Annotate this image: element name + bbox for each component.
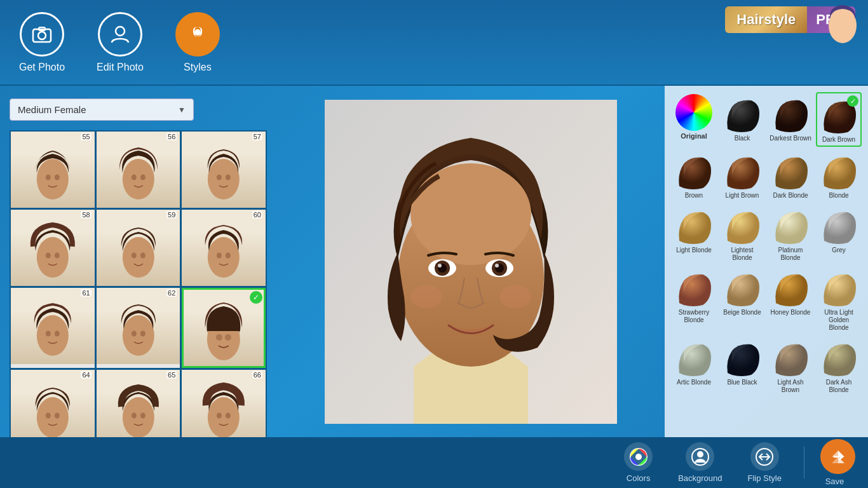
color-swatch-ultra-light-golden-blonde[interactable]: Ultra Light Golden Blonde [816,266,862,334]
style-dropdown[interactable]: Medium Female ▼ [10,98,267,121]
style-item-65[interactable]: 65 [97,370,180,437]
background-button[interactable]: Background [665,437,735,488]
style-item-62[interactable]: 62 [97,288,180,368]
style-face-62 [97,288,180,364]
svg-point-40 [131,413,136,419]
style-face-64 [11,370,95,437]
style-face-63 [184,290,264,366]
style-face-65 [97,370,180,437]
color-label-grey: Grey [832,247,846,254]
hair-icon [175,12,220,57]
style-face-56 [97,132,180,208]
color-swatch-platinum-blonde[interactable]: Platinum Blonde [768,204,813,264]
svg-point-39 [122,397,154,437]
style-item-63[interactable] [182,288,266,368]
preview-image [325,100,617,424]
svg-point-8 [833,17,852,40]
color-swatch-dark-blonde[interactable]: Dark Blonde [768,149,813,201]
color-label-brown: Brown [685,192,703,200]
style-item-55[interactable]: 55 [11,132,95,208]
color-swatch-dark-ash-blonde[interactable]: Dark Ash Blonde [816,336,862,396]
style-item-61[interactable]: 61 [11,288,95,368]
colors-button[interactable]: Colors [611,437,665,488]
style-grid: 55 56 [10,130,267,437]
style-item-56[interactable]: 56 [97,132,180,208]
color-swatch-strawberry-blonde[interactable]: Strawberry Blonde [671,266,717,334]
save-icon [829,448,847,466]
svg-point-19 [46,253,51,259]
color-swatch-grey[interactable]: Grey [816,204,862,264]
swatch-hair-ultra-light-golden-blonde [819,268,858,308]
preview-panel [276,86,665,437]
bottom-toolbar: Colors Background Flip Style [0,437,868,488]
svg-point-6 [194,29,201,36]
flip-style-button[interactable]: Flip Style [735,437,794,488]
svg-point-9 [37,159,69,200]
swatch-hair-light-brown [722,151,762,191]
svg-point-49 [410,163,531,265]
save-button[interactable] [820,439,855,474]
swatch-hair-artic-blonde [674,338,714,377]
svg-point-3 [116,27,125,36]
color-label-blue-black: Blue Black [727,379,757,386]
color-label-light-brown: Light Brown [726,192,759,200]
save-button-wrap[interactable]: Save [814,439,855,486]
color-swatch-light-blonde[interactable]: Light Blonde [671,204,717,264]
color-swatch-blue-black[interactable]: Blue Black [719,336,765,396]
svg-point-37 [46,413,51,419]
color-swatch-light-brown[interactable]: Light Brown [719,149,765,201]
svg-point-34 [216,334,222,341]
style-item-57[interactable]: 57 [182,132,266,208]
color-swatch-blonde[interactable]: Blonde [816,149,862,201]
style-face-66 [182,370,266,437]
svg-point-58 [410,285,442,308]
color-swatch-darkest-brown[interactable]: Darkest Brown [768,92,813,147]
svg-point-15 [208,159,240,200]
svg-point-13 [131,175,136,180]
svg-point-31 [131,331,136,337]
color-swatch-artic-blonde[interactable]: Artic Blonde [671,336,717,396]
svg-point-18 [37,237,69,278]
style-item-58[interactable]: 58 [11,210,95,286]
svg-point-57 [495,264,499,268]
color-label-light-blonde: Light Blonde [676,247,712,254]
svg-point-53 [438,264,442,268]
style-face-60 [182,210,266,286]
swatch-hair-platinum-blonde [771,206,810,245]
nav-edit-photo[interactable]: Edit Photo [97,12,144,73]
edit-photo-label: Edit Photo [97,62,144,73]
color-swatch-beige-blonde[interactable]: Beige Blonde [719,266,765,334]
swatch-hair-blue-black [722,338,762,377]
colors-label: Colors [627,473,651,483]
style-item-64[interactable]: 64 [11,370,95,437]
style-item-60[interactable]: 60 [182,210,266,286]
swatch-hair-lightest-blonde [722,206,762,245]
dropdown-button[interactable]: Medium Female ▼ [10,98,194,121]
style-item-66[interactable]: 66 [182,370,266,437]
color-swatch-brown[interactable]: Brown [671,149,717,201]
color-swatch-reset[interactable]: Original [671,92,717,147]
color-panel: Original Black Darkest Brown [665,86,868,437]
logo-illustration [824,0,862,70]
toolbar-divider [804,447,804,478]
color-label-beige-blonde: Beige Blonde [723,309,761,316]
main-content: Medium Female ▼ 55 [0,86,868,437]
color-swatch-honey-blonde[interactable]: Honey Blonde [768,266,813,334]
camera-icon [20,12,64,57]
swatch-hair-grey [819,206,858,245]
svg-point-12 [122,159,154,200]
svg-point-23 [140,253,145,259]
nav-styles[interactable]: Styles [175,12,220,73]
color-swatch-black[interactable]: Black [719,92,765,147]
app-logo: Hairstyle PRO [725,6,855,33]
svg-point-10 [46,175,51,180]
nav-get-photo[interactable]: Get Photo [19,12,65,73]
color-label-darkest-brown: Darkest Brown [770,135,811,142]
style-item-59[interactable]: 59 [97,210,180,286]
color-swatch-dark-brown[interactable]: Dark Brown [816,92,862,147]
svg-point-61 [635,454,642,460]
swatch-hair-black [722,94,762,133]
color-swatch-lightest-blonde[interactable]: Lightest Blonde [719,204,765,264]
color-swatch-light-ash-brown[interactable]: Light Ash Brown [768,336,813,396]
svg-point-32 [140,331,145,337]
